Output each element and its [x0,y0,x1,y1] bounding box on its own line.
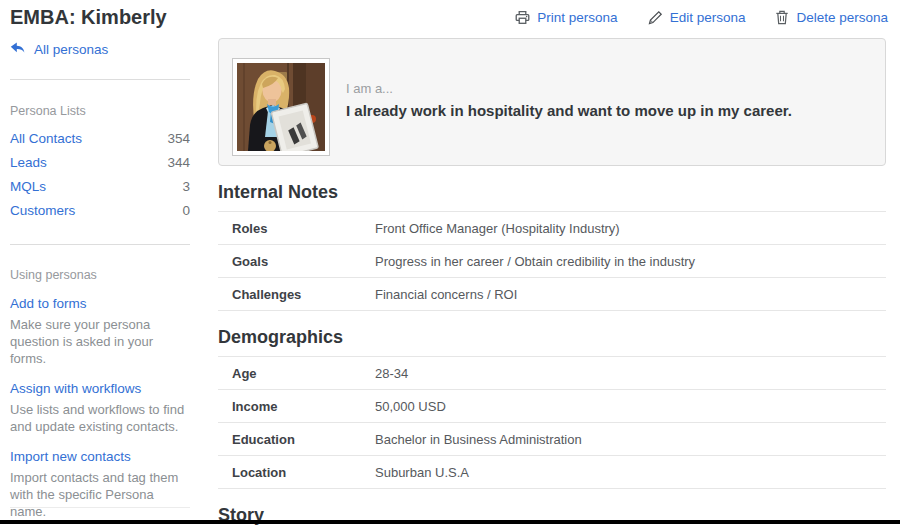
row-value: Financial concerns / ROI [375,287,517,302]
window-bottom-edge [0,520,900,524]
row-label: Challenges [232,287,375,302]
print-persona-button[interactable]: Print persona [515,10,617,25]
table-row: Location Suburban U.S.A [218,455,886,489]
quote-lead-in: I am a... [346,81,866,96]
page-title: EMBA: Kimberly [10,6,167,29]
list-item-leads: Leads 344 [10,155,190,170]
row-value: 50,000 USD [375,399,446,414]
persona-quote-card: I am a... I already work in hospitality … [218,38,886,166]
demographics-heading: Demographics [218,327,886,347]
add-to-forms-description: Make sure your persona question is asked… [10,316,190,367]
row-label: Income [232,399,375,414]
edit-persona-button[interactable]: Edit persona [648,10,746,25]
table-row: Income 50,000 USD [218,389,886,422]
row-label: Age [232,366,375,381]
delete-persona-button[interactable]: Delete persona [775,10,888,25]
row-value: Front Office Manager (Hospitality Indust… [375,221,620,236]
all-personas-label: All personas [34,42,108,57]
row-value: 28-34 [375,366,408,381]
customers-count: 0 [182,203,190,218]
add-to-forms-link[interactable]: Add to forms [10,296,190,311]
import-new-contacts-description: Import contacts and tag them with the sp… [10,469,190,520]
tip-add-to-forms: Add to forms Make sure your persona ques… [10,296,190,367]
persona-quote: I already work in hospitality and want t… [346,102,866,119]
leads-link[interactable]: Leads [10,155,47,170]
mqls-link[interactable]: MQLs [10,179,46,194]
row-value: Progress in her career / Obtain credibil… [375,254,695,269]
table-row: Roles Front Office Manager (Hospitality … [218,211,886,244]
table-row: Goals Progress in her career / Obtain cr… [218,244,886,277]
row-value: Suburban U.S.A [375,465,469,480]
table-row: Age 28-34 [218,356,886,389]
assign-with-workflows-link[interactable]: Assign with workflows [10,381,190,396]
mqls-count: 3 [182,179,190,194]
row-label: Roles [232,221,375,236]
printer-icon [515,10,530,25]
delete-persona-label: Delete persona [796,10,888,25]
assign-with-workflows-description: Use lists and workflows to find and upda… [10,401,190,435]
list-item-all-contacts: All Contacts 354 [10,131,190,146]
section-demographics: Demographics Age 28-34 Income 50,000 USD… [218,327,886,489]
list-item-customers: Customers 0 [10,203,190,218]
import-new-contacts-link[interactable]: Import new contacts [10,449,190,464]
all-personas-back-link[interactable]: All personas [10,41,108,58]
table-row: Challenges Financial concerns / ROI [218,277,886,311]
persona-lists: All Contacts 354 Leads 344 MQLs 3 Custom… [10,131,190,227]
back-arrow-icon [10,41,26,58]
all-contacts-link[interactable]: All Contacts [10,131,82,146]
row-value: Bachelor in Business Administration [375,432,582,447]
persona-photo [232,58,330,156]
row-label: Location [232,465,375,480]
receptionist-photo-illustration [237,63,325,151]
quote-block: I am a... I already work in hospitality … [346,81,866,119]
using-personas-heading: Using personas [10,268,97,282]
sidebar-divider [10,507,190,508]
persona-lists-heading: Persona Lists [10,104,86,118]
tip-assign-with-workflows: Assign with workflows Use lists and work… [10,381,190,435]
tip-import-new-contacts: Import new contacts Import contacts and … [10,449,190,520]
sidebar-divider [10,79,190,80]
main-content: I am a... I already work in hospitality … [218,38,886,526]
internal-notes-heading: Internal Notes [218,182,886,202]
all-contacts-count: 354 [167,131,190,146]
pencil-icon [648,10,663,25]
row-label: Education [232,432,375,447]
using-personas-tips: Add to forms Make sure your persona ques… [10,296,190,526]
leads-count: 344 [167,155,190,170]
section-internal-notes: Internal Notes Roles Front Office Manage… [218,182,886,311]
table-row: Education Bachelor in Business Administr… [218,422,886,455]
customers-link[interactable]: Customers [10,203,75,218]
edit-persona-label: Edit persona [670,10,746,25]
row-label: Goals [232,254,375,269]
print-persona-label: Print persona [537,10,617,25]
list-item-mqls: MQLs 3 [10,179,190,194]
toolbar: Print persona Edit persona Delete person… [515,10,888,25]
trash-icon [775,10,789,25]
sidebar-divider [10,244,190,245]
